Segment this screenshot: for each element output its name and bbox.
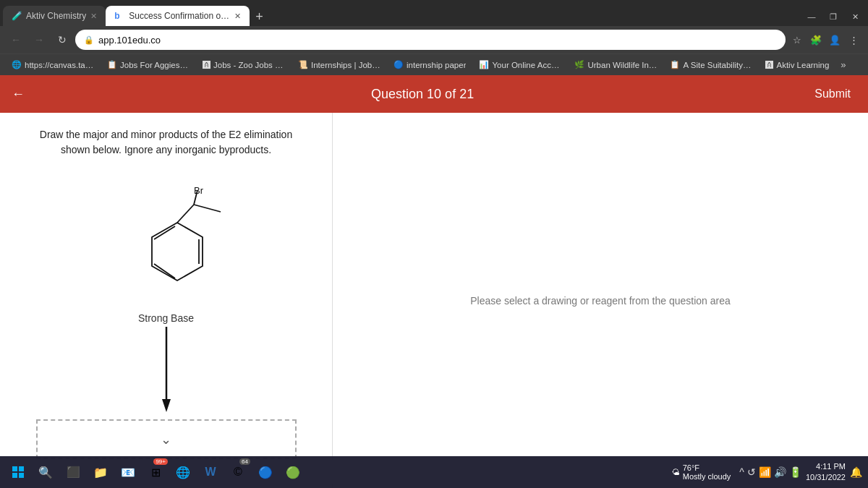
- bookmark-label-1: Jobs For Aggies - H...: [120, 61, 190, 69]
- tray-chevron-icon[interactable]: ^: [739, 466, 744, 478]
- system-tray: ^ ↺ 📶 🔊 🔋 4:11 PM 10/31/2022 🔔: [739, 461, 862, 484]
- file-explorer-icon[interactable]: 📁: [88, 460, 113, 484]
- start-button[interactable]: [6, 460, 30, 484]
- bookmark-internships[interactable]: 📜 Internships | Job Ca...: [292, 59, 386, 71]
- strong-base-label: Strong Base: [138, 312, 194, 324]
- profile-icon[interactable]: 👤: [826, 31, 843, 48]
- question-counter: Question 10 of 21: [36, 87, 809, 102]
- submit-button[interactable]: Submit: [809, 85, 856, 103]
- notification-center-icon[interactable]: 🔔: [850, 466, 862, 478]
- bookmark-label-8: Aktiv Learning: [776, 61, 829, 69]
- bookmark-aktiv-learning[interactable]: 🅰 Aktiv Learning: [760, 59, 835, 71]
- google-taskbar-icon[interactable]: 🟢: [281, 460, 305, 484]
- address-bar[interactable]: 🔒 app.101edu.co: [75, 30, 786, 50]
- placeholder-text: Please select a drawing or reagent from …: [470, 295, 731, 307]
- tab-favicon-1: 🧪: [12, 11, 22, 21]
- system-clock[interactable]: 4:11 PM 10/31/2022: [806, 461, 846, 484]
- left-panel: Draw the major and minor products of the…: [0, 113, 333, 488]
- bookmark-jobs-aggies[interactable]: 📋 Jobs For Aggies - H...: [101, 59, 195, 71]
- tab-favicon-2: b: [114, 11, 124, 21]
- weather-temp: 76°F: [683, 463, 731, 472]
- tab-close-1[interactable]: ✕: [90, 12, 97, 21]
- menu-dots-icon[interactable]: ⋮: [845, 31, 862, 48]
- svg-marker-0: [152, 223, 203, 281]
- svg-rect-10: [12, 466, 17, 471]
- molecule-svg[interactable]: Br: [87, 172, 246, 309]
- task-view-button[interactable]: ⬛: [61, 460, 85, 484]
- bookmark-label-7: A Site Suitability An...: [683, 61, 752, 69]
- clock-time: 4:11 PM: [806, 461, 846, 472]
- mail-icon[interactable]: 📧: [116, 460, 140, 484]
- bookmark-urban-wildlife[interactable]: 🌿 Urban Wildlife Infor...: [569, 59, 663, 71]
- bookmark-icon-5: 📊: [479, 60, 489, 69]
- cortana-icon[interactable]: © 64: [226, 460, 250, 484]
- bookmarks-bar: 🌐 https://canvas.tamu... 📋 Jobs For Aggi…: [0, 53, 868, 75]
- bookmarks-more-button[interactable]: »: [836, 58, 850, 72]
- svg-rect-12: [12, 473, 17, 478]
- apps-badge: 99+: [153, 458, 168, 465]
- tray-volume-icon[interactable]: 🔊: [774, 466, 786, 478]
- question-line-1: Draw the major and minor products of the…: [40, 129, 292, 140]
- answer-box[interactable]: ⌄: [36, 419, 297, 459]
- tab-title-1: Aktiv Chemistry: [26, 11, 86, 21]
- page-header: ← Question 10 of 21 Submit: [0, 75, 868, 113]
- browser-taskbar-icon[interactable]: 🌐: [171, 460, 195, 484]
- bookmark-icon-3: 📜: [298, 60, 308, 69]
- word-taskbar-icon[interactable]: W: [198, 460, 223, 484]
- weather-widget[interactable]: 🌤 76°F Mostly cloudy: [672, 463, 731, 481]
- extension-puzzle-icon[interactable]: 🧩: [807, 31, 825, 48]
- bookmark-icon-0: 🌐: [12, 60, 22, 69]
- tray-wifi-icon[interactable]: 📶: [759, 466, 771, 478]
- bookmark-internship-paper[interactable]: 🔵 internship paper: [388, 59, 472, 71]
- bookmark-icon-6: 🌿: [574, 60, 584, 69]
- bookmark-zoo-jobs[interactable]: 🅰 Jobs - Zoo Jobs Ne...: [197, 59, 291, 71]
- minimize-button[interactable]: —: [801, 9, 822, 25]
- browser-chrome: 🧪 Aktiv Chemistry ✕ b Success Confirmati…: [0, 0, 868, 75]
- forward-nav-button[interactable]: →: [29, 30, 49, 50]
- question-text: Draw the major and minor products of the…: [17, 127, 315, 158]
- lock-icon: 🔒: [84, 35, 94, 45]
- cortana-badge: 64: [239, 458, 250, 465]
- weather-icon: 🌤: [672, 468, 680, 476]
- bookmark-label-2: Jobs - Zoo Jobs Ne...: [213, 61, 285, 69]
- close-button[interactable]: ✕: [845, 9, 865, 25]
- apps-grid-icon[interactable]: ⊞ 99+: [143, 460, 168, 484]
- svg-rect-13: [19, 473, 24, 478]
- tab-bar: 🧪 Aktiv Chemistry ✕ b Success Confirmati…: [0, 0, 868, 26]
- taskbar-search-button[interactable]: 🔍: [33, 460, 58, 484]
- svg-line-4: [154, 264, 175, 278]
- window-controls: — ❐ ✕: [801, 9, 865, 25]
- tray-battery-icon[interactable]: 🔋: [789, 466, 801, 478]
- svg-line-6: [194, 205, 221, 212]
- br-label: Br: [194, 185, 204, 196]
- chevron-down-icon: ⌄: [161, 432, 171, 448]
- svg-marker-9: [162, 399, 171, 412]
- reaction-arrow: [162, 327, 171, 414]
- chemistry-drawing: Br Strong Base ⌄: [17, 172, 315, 459]
- bookmark-label-0: https://canvas.tamu...: [25, 61, 94, 69]
- chrome-taskbar-icon[interactable]: 🔵: [253, 460, 278, 484]
- bookmark-label-4: internship paper: [407, 61, 466, 69]
- reload-button[interactable]: ↻: [52, 30, 72, 50]
- bookmark-site-suitability[interactable]: 📋 A Site Suitability An...: [664, 59, 758, 71]
- bookmark-online-account[interactable]: 📊 Your Online Accoun...: [473, 59, 567, 71]
- back-nav-button[interactable]: ←: [6, 30, 26, 50]
- bookmark-star-icon[interactable]: ☆: [788, 31, 806, 48]
- tab-title-2: Success Confirmation of Questio: [129, 11, 230, 21]
- clock-date: 10/31/2022: [806, 472, 846, 483]
- tray-refresh-icon[interactable]: ↺: [747, 466, 756, 478]
- svg-rect-11: [19, 466, 24, 471]
- new-tab-button[interactable]: +: [250, 9, 269, 25]
- tab-2[interactable]: b Success Confirmation of Questio ✕: [106, 6, 250, 26]
- tab-1[interactable]: 🧪 Aktiv Chemistry ✕: [3, 6, 106, 26]
- system-tray-icons: ^ ↺ 📶 🔊 🔋: [739, 466, 801, 478]
- page-back-button[interactable]: ←: [12, 87, 25, 102]
- maximize-button[interactable]: ❐: [823, 9, 843, 25]
- question-line-2: shown below. Ignore any inorganic byprod…: [61, 144, 271, 155]
- svg-line-2: [154, 226, 175, 239]
- tab-close-2[interactable]: ✕: [234, 12, 241, 21]
- taskbar: 🔍 ⬛ 📁 📧 ⊞ 99+ 🌐 W © 64 🔵 🟢: [0, 456, 868, 488]
- address-bar-actions: ☆ 🧩 👤 ⋮: [788, 31, 862, 48]
- bookmark-icon-8: 🅰: [765, 61, 773, 69]
- bookmark-canvas[interactable]: 🌐 https://canvas.tamu...: [6, 59, 100, 71]
